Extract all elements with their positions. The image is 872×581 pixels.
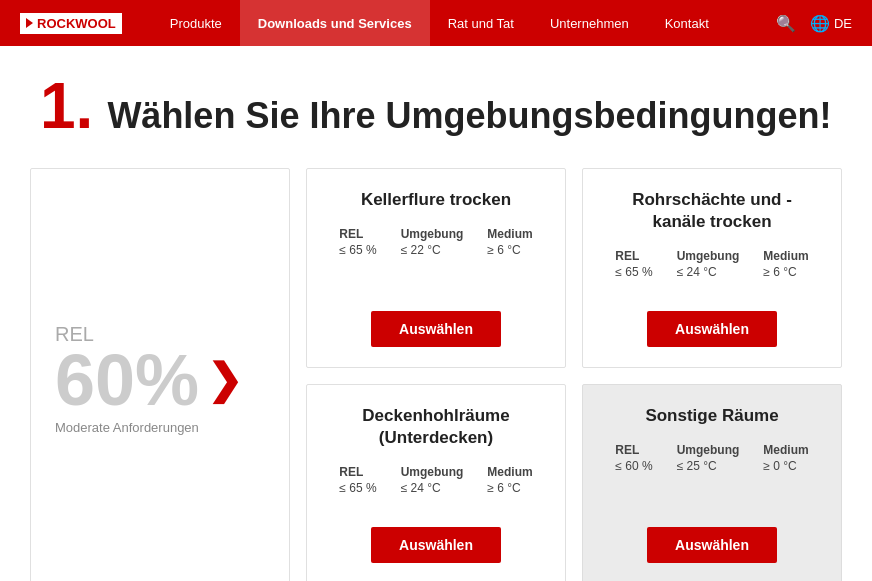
rel-subtitle: Moderate Anforderungen [55, 420, 199, 435]
card-sonstige: Sonstige Räume REL ≤ 60 % Umgebung ≤ 25 … [582, 384, 842, 581]
nav-item-kontakt[interactable]: Kontakt [647, 0, 727, 46]
page-heading: 1. Wählen Sie Ihre Umgebungsbedingungen! [0, 46, 872, 158]
spec-rel-d: REL ≤ 65 % [339, 465, 376, 495]
card-kellerflure-specs: REL ≤ 65 % Umgebung ≤ 22 °C Medium ≥ 6 °… [331, 227, 541, 257]
card-rohrschaechte: Rohrschächte und - kanäle trocken REL ≤ … [582, 168, 842, 368]
globe-icon: 🌐 [810, 14, 830, 33]
spec-rel-label: REL [339, 227, 363, 241]
search-icon[interactable]: 🔍 [776, 14, 796, 33]
spec-umgebung-label-s: Umgebung [677, 443, 740, 457]
spec-umgebung-label-r: Umgebung [677, 249, 740, 263]
spec-umgebung-label: Umgebung [401, 227, 464, 241]
card-sonstige-specs: REL ≤ 60 % Umgebung ≤ 25 °C Medium ≥ 0 °… [607, 443, 817, 473]
card-kellerflure: Kellerflure trocken REL ≤ 65 % Umgebung … [306, 168, 566, 368]
spec-medium-value-r: ≥ 6 °C [763, 265, 796, 279]
nav-item-rat[interactable]: Rat und Tat [430, 0, 532, 46]
heading-number: 1. [40, 74, 93, 138]
card-rohrschaechte-title: Rohrschächte und - kanäle trocken [607, 189, 817, 233]
card-deckenhohlraeume-specs: REL ≤ 65 % Umgebung ≤ 24 °C Medium ≥ 6 °… [331, 465, 541, 495]
auswahlen-button-deckenhohlraeume[interactable]: Auswählen [371, 527, 501, 563]
card-deckenhohlraeume-title: Deckenhohlräume (Unterdecken) [331, 405, 541, 449]
card-sonstige-title: Sonstige Räume [645, 405, 778, 427]
spec-medium: Medium ≥ 6 °C [487, 227, 532, 257]
spec-medium-value: ≥ 6 °C [487, 243, 520, 257]
spec-umgebung-value-d: ≤ 24 °C [401, 481, 441, 495]
spec-medium-label-d: Medium [487, 465, 532, 479]
auswahlen-button-rohrschaechte[interactable]: Auswählen [647, 311, 777, 347]
rel-indicator-card: REL 60% ❯ Moderate Anforderungen [30, 168, 290, 581]
logo-triangle-icon [26, 18, 33, 28]
auswahlen-button-kellerflure[interactable]: Auswählen [371, 311, 501, 347]
spec-rel-label-s: REL [615, 443, 639, 457]
logo[interactable]: ROCKWOOL [20, 13, 122, 34]
lang-label: DE [834, 16, 852, 31]
nav-item-produkte[interactable]: Produkte [152, 0, 240, 46]
spec-umgebung-d: Umgebung ≤ 24 °C [401, 465, 464, 495]
spec-medium-r: Medium ≥ 6 °C [763, 249, 808, 279]
spec-umgebung: Umgebung ≤ 22 °C [401, 227, 464, 257]
spec-umgebung-label-d: Umgebung [401, 465, 464, 479]
spec-medium-label-r: Medium [763, 249, 808, 263]
cards-area: REL 60% ❯ Moderate Anforderungen Kellerf… [0, 158, 872, 581]
spec-umgebung-value: ≤ 22 °C [401, 243, 441, 257]
spec-umgebung-s: Umgebung ≤ 25 °C [677, 443, 740, 473]
nav-right: 🔍 🌐 DE [776, 14, 852, 33]
spec-rel-value-s: ≤ 60 % [615, 459, 652, 473]
spec-medium-label: Medium [487, 227, 532, 241]
spec-umgebung-r: Umgebung ≤ 24 °C [677, 249, 740, 279]
spec-rel-s: REL ≤ 60 % [615, 443, 652, 473]
spec-umgebung-value-r: ≤ 24 °C [677, 265, 717, 279]
card-deckenhohlraeume: Deckenhohlräume (Unterdecken) REL ≤ 65 %… [306, 384, 566, 581]
spec-rel-label-r: REL [615, 249, 639, 263]
spec-rel: REL ≤ 65 % [339, 227, 376, 257]
spec-rel-label-d: REL [339, 465, 363, 479]
rel-value-row: 60% ❯ [55, 344, 242, 416]
logo-text: ROCKWOOL [37, 16, 116, 31]
spec-medium-s: Medium ≥ 0 °C [763, 443, 808, 473]
nav-item-unternehmen[interactable]: Unternehmen [532, 0, 647, 46]
spec-medium-value-s: ≥ 0 °C [763, 459, 796, 473]
rel-arrow-icon: ❯ [207, 359, 242, 401]
spec-rel-r: REL ≤ 65 % [615, 249, 652, 279]
card-rohrschaechte-specs: REL ≤ 65 % Umgebung ≤ 24 °C Medium ≥ 6 °… [607, 249, 817, 279]
card-kellerflure-title: Kellerflure trocken [361, 189, 511, 211]
spec-medium-d: Medium ≥ 6 °C [487, 465, 532, 495]
nav-items: Produkte Downloads und Services Rat und … [152, 0, 776, 46]
spec-medium-label-s: Medium [763, 443, 808, 457]
spec-rel-value-r: ≤ 65 % [615, 265, 652, 279]
spec-umgebung-value-s: ≤ 25 °C [677, 459, 717, 473]
spec-medium-value-d: ≥ 6 °C [487, 481, 520, 495]
auswahlen-button-sonstige[interactable]: Auswählen [647, 527, 777, 563]
logo-box: ROCKWOOL [20, 13, 122, 34]
navigation: ROCKWOOL Produkte Downloads und Services… [0, 0, 872, 46]
spec-rel-value: ≤ 65 % [339, 243, 376, 257]
rel-value: 60% [55, 344, 199, 416]
language-selector[interactable]: 🌐 DE [810, 14, 852, 33]
nav-item-downloads[interactable]: Downloads und Services [240, 0, 430, 46]
spec-rel-value-d: ≤ 65 % [339, 481, 376, 495]
heading-text: Wählen Sie Ihre Umgebungsbedingungen! [107, 96, 831, 136]
